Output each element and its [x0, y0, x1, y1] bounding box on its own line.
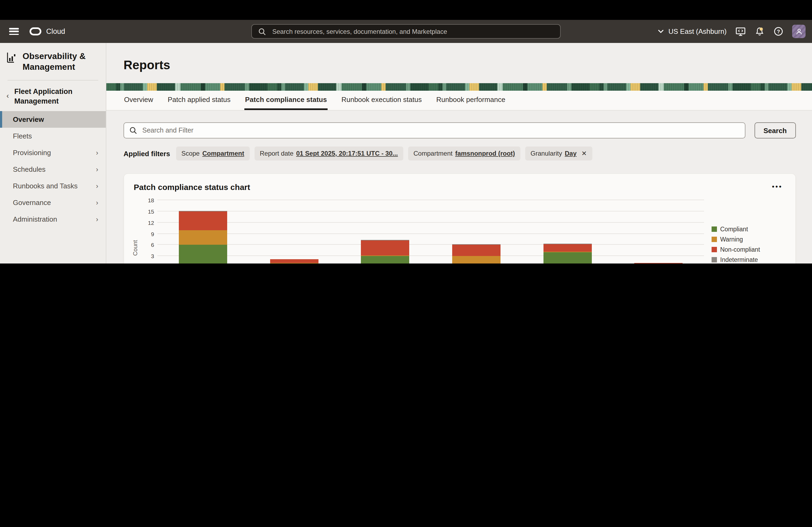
tab-overview[interactable]: Overview [124, 91, 154, 110]
chip-value: 01 Sept 2025, 20:17:51 UTC - 30... [296, 150, 398, 157]
sidebar-item-label: Fleets [13, 132, 32, 140]
region-label: US East (Ashburn) [668, 27, 727, 35]
legend-item-compliant: Compliant [712, 226, 785, 232]
legend-label: Warning [720, 236, 743, 243]
legend-label: Compliant [720, 226, 748, 232]
filter-chip-report-date[interactable]: Report date01 Sept 2025, 20:17:51 UTC - … [254, 147, 403, 161]
bar-stack-5 [543, 244, 592, 264]
bar-group [613, 263, 704, 264]
chart-title: Patch compliance status chart [134, 182, 250, 192]
search-filter-box [124, 122, 745, 138]
sidebar-item-label: Governance [13, 199, 51, 207]
legend-label: Indeterminate [720, 257, 758, 263]
global-search-input[interactable] [271, 27, 555, 36]
bar-group [157, 211, 248, 264]
bar-stack-1 [179, 211, 227, 264]
oracle-cloud-console: Cloud US East (Ashburn) ? [0, 0, 812, 264]
sidebar-item-fleets[interactable]: Fleets [0, 128, 106, 144]
legend-swatch [712, 237, 717, 242]
sidebar-item-schedules[interactable]: Schedules› [0, 161, 106, 178]
sidebar-app-title: Fleet Application Management [14, 87, 98, 106]
chip-label: Report date [260, 150, 293, 157]
search-icon [257, 27, 267, 36]
sidebar-item-label: Schedules [13, 165, 45, 174]
bar-stack-3 [361, 240, 409, 264]
sidebar-item-governance[interactable]: Governance› [0, 194, 106, 211]
sidebar-item-runbooks-and-tasks[interactable]: Runbooks and Tasks› [0, 178, 106, 194]
bar-group [431, 244, 522, 264]
top-black-strip [0, 0, 812, 20]
y-tick-label: 3 [151, 253, 154, 259]
global-search [251, 24, 561, 39]
filter-chip-scope[interactable]: ScopeCompartment [176, 147, 249, 161]
y-axis-title: Count [134, 200, 142, 264]
filter-chip-compartment[interactable]: Compartmentfamsnonprod (root) [408, 147, 520, 161]
sidebar-item-label: Overview [13, 115, 44, 123]
bar-segment-non-compliant [361, 241, 409, 256]
search-filter-input[interactable] [141, 126, 739, 135]
sidebar-item-overview[interactable]: Overview [0, 111, 106, 128]
chart: Count 0369121518 2025-09-27 00:00:00.820… [134, 200, 785, 264]
shell: Observability & Management ‹ Fleet Appli… [0, 43, 812, 264]
bar-group [340, 240, 431, 264]
chart-card: Patch compliance status chart ••• Count … [124, 174, 796, 264]
sidebar-item-administration[interactable]: Administration› [0, 211, 106, 228]
bar-segment-non-compliant [452, 245, 501, 256]
tab-runbook-performance[interactable]: Runbook performance [436, 91, 506, 110]
back-chevron-icon[interactable]: ‹ [6, 91, 9, 100]
applied-filters-label: Applied filters [124, 149, 170, 157]
svg-text:?: ? [777, 29, 780, 34]
legend-item-non-compliant: Non-compliant [712, 246, 785, 253]
chevron-right-icon: › [96, 199, 98, 207]
bar-segment-warning [179, 230, 227, 245]
oracle-logo-icon [30, 27, 41, 35]
sidebar-item-provisioning[interactable]: Provisioning› [0, 144, 106, 161]
chip-label: Granularity [531, 150, 562, 157]
chip-value: Compartment [202, 150, 244, 157]
user-avatar[interactable] [792, 25, 806, 38]
bar-stack-4 [452, 244, 501, 264]
tab-runbook-execution-status[interactable]: Runbook execution status [341, 91, 422, 110]
tab-patch-applied-status[interactable]: Patch applied status [167, 91, 231, 110]
sidebar-items: OverviewFleetsProvisioning›Schedules›Run… [0, 111, 106, 228]
sidebar-app-header: ‹ Fleet Application Management [0, 87, 106, 111]
sidebar-item-label: Administration [13, 215, 57, 223]
tab-patch-compliance-status[interactable]: Patch compliance status [245, 91, 328, 110]
chip-value: famsnonprod (root) [455, 150, 515, 157]
plot-area: 2025-09-27 00:00:00.82025-09-30 00:00:00… [157, 200, 704, 264]
legend-swatch [712, 226, 717, 232]
y-tick-label: 6 [151, 242, 154, 248]
bar-segment-compliant [179, 245, 227, 264]
dev-console-icon[interactable] [736, 27, 745, 36]
brand-home[interactable]: Cloud [30, 27, 65, 35]
bar-segment-non-compliant [270, 259, 318, 263]
y-tick-label: 18 [148, 197, 154, 204]
filter-chip-granularity[interactable]: GranularityDay✕ [525, 147, 592, 161]
tab-bar: OverviewPatch applied statusPatch compli… [106, 91, 812, 110]
chart-menu-button[interactable]: ••• [770, 182, 785, 191]
sidebar-item-label: Runbooks and Tasks [13, 182, 77, 190]
bar-segment-warning [270, 263, 318, 264]
bar-stack-2 [270, 259, 318, 264]
decorative-banner [106, 83, 812, 91]
help-icon[interactable]: ? [773, 27, 783, 36]
sidebar-divider [8, 80, 98, 80]
observability-chart-icon [6, 52, 17, 64]
bar-segment-warning [452, 256, 501, 264]
applied-filters: Applied filters ScopeCompartmentReport d… [124, 147, 796, 161]
y-tick-label: 9 [151, 230, 154, 237]
chip-label: Compartment [414, 150, 452, 157]
page-title: Reports [124, 58, 812, 73]
search-button[interactable]: Search [754, 122, 796, 138]
notifications-bell-icon[interactable] [755, 27, 764, 36]
bar-segment-compliant [543, 252, 592, 264]
content: Search Applied filters ScopeCompartmentR… [106, 110, 812, 264]
chip-remove-icon[interactable]: ✕ [581, 150, 587, 157]
chart-header: Patch compliance status chart ••• [134, 182, 785, 192]
y-axis-ticks: 0369121518 [142, 200, 157, 264]
legend-item-indeterminate: Indeterminate [712, 257, 785, 263]
chip-value: Day [565, 150, 577, 157]
hamburger-menu-icon[interactable] [9, 28, 19, 35]
plot [157, 200, 704, 264]
region-selector[interactable]: US East (Ashburn) [657, 27, 727, 35]
